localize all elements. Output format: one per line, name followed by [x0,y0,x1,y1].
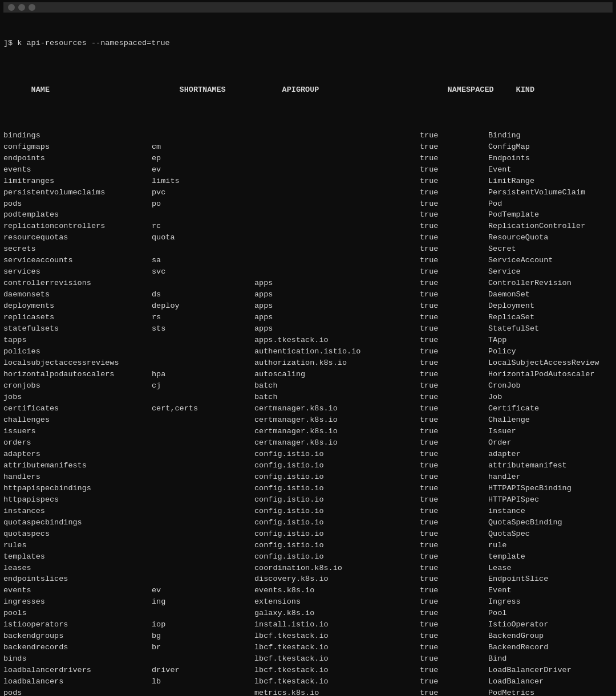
cell-kind: ResourceQuota [488,232,548,243]
cell-kind: QuotaSpec [488,528,530,540]
cell-name: leases [3,563,152,574]
cell-kind: QuotaSpecBinding [488,517,562,528]
cell-apigroup: lbcf.tkestack.io [254,676,420,687]
cell-namespaced: true [420,551,488,563]
cell-kind: Order [488,437,512,449]
cell-namespaced: true [420,630,488,642]
table-row: cronjobscjbatchtrueCronJob [3,380,613,392]
cell-kind: PersistentVolumeClaim [488,187,585,198]
cell-name: adapters [3,449,152,460]
cell-kind: template [488,551,525,563]
cell-name: instances [3,506,152,517]
cell-name: services [3,266,152,278]
cell-apigroup: extensions [254,596,420,608]
table-row: replicationcontrollersrctrueReplicationC… [3,221,613,232]
table-row: replicasetsrsappstrueReplicaSet [3,312,613,323]
cell-namespaced: true [420,187,488,198]
table-header: NAMESHORTNAMESAPIGROUPNAMESPACEDKIND [3,73,613,107]
cell-namespaced: true [420,289,488,300]
table-row: localsubjectaccessreviewsauthorization.k… [3,357,613,369]
cell-name: deployments [3,300,152,312]
cell-name: endpoints [3,153,152,164]
cell-apigroup: autoscaling [254,369,420,380]
cell-apigroup: apps [254,289,420,300]
cell-apigroup: config.istio.io [254,471,420,483]
cell-shortnames: limits [152,176,254,187]
table-row: poolsgalaxy.k8s.iotruePool [3,608,613,619]
cell-shortnames: sa [152,255,254,266]
cell-kind: adapter [488,449,521,460]
cell-apigroup: apps.tkestack.io [254,335,420,346]
cell-shortnames: ds [152,289,254,300]
cell-name: resourcequotas [3,232,152,243]
cell-kind: EndpointSlice [488,573,548,585]
cell-kind: ConfigMap [488,141,530,153]
cell-name: persistentvolumeclaims [3,187,152,198]
cell-kind: Certificate [488,403,539,414]
cell-apigroup: config.istio.io [254,551,420,563]
cell-shortnames: hpa [152,369,254,380]
cell-namespaced: true [420,573,488,585]
cell-namespaced: true [420,437,488,449]
cell-name: pools [3,608,152,619]
cell-namespaced: true [420,255,488,266]
cell-kind: PodTemplate [488,209,539,221]
cell-namespaced: true [420,164,488,176]
cell-kind: Lease [488,563,512,574]
cell-name: backendrecords [3,642,152,653]
cell-name: events [3,164,152,176]
cell-kind: PodMetrics [488,687,534,696]
cell-name: handlers [3,471,152,483]
cell-apigroup: apps [254,300,420,312]
cell-name: localsubjectaccessreviews [3,357,152,369]
cell-kind: BackendRecord [488,642,548,653]
cell-name: secrets [3,243,152,255]
table-row: loadbalancerslblbcf.tkestack.iotrueLoadB… [3,676,613,687]
table-row: leasescoordination.k8s.iotrueLease [3,563,613,574]
col-header-shortnames: SHORTNAMES [180,84,282,96]
cell-name: cronjobs [3,380,152,392]
cell-kind: Secret [488,243,516,255]
table-row: policiesauthentication.istio.iotruePolic… [3,346,613,357]
cell-apigroup: config.istio.io [254,494,420,506]
cell-kind: HTTPAPISpec [488,494,539,506]
cell-name: loadbalancers [3,676,152,687]
table-row: podtemplatestruePodTemplate [3,209,613,221]
cell-name: attributemanifests [3,460,152,471]
cell-name: jobs [3,392,152,403]
table-row: podsmetrics.k8s.iotruePodMetrics [3,687,613,696]
table-row: orderscertmanager.k8s.iotrueOrder [3,437,613,449]
table-row: certificatescert,certscertmanager.k8s.io… [3,403,613,414]
cell-name: endpointslices [3,573,152,585]
cell-namespaced: true [420,608,488,619]
cell-kind: ReplicaSet [488,312,534,323]
cell-shortnames: sts [152,323,254,335]
cell-name: quotaspecs [3,528,152,540]
table-row: ingressesingextensionstrueIngress [3,596,613,608]
cell-shortnames: svc [152,266,254,278]
cell-name: issuers [3,426,152,437]
cell-name: loadbalancerdrivers [3,665,152,676]
cell-namespaced: true [420,266,488,278]
cell-shortnames: iop [152,619,254,630]
cell-name: bindings [3,130,152,141]
table-row: rulesconfig.istio.iotruerule [3,540,613,551]
cell-name: events [3,585,152,596]
cell-apigroup: config.istio.io [254,483,420,494]
cell-name: rules [3,540,152,551]
cell-name: podtemplates [3,209,152,221]
cell-namespaced: true [420,130,488,141]
cell-namespaced: true [420,153,488,164]
cell-namespaced: true [420,221,488,232]
cell-name: statefulsets [3,323,152,335]
cell-name: horizontalpodautoscalers [3,369,152,380]
cell-namespaced: true [420,540,488,551]
cell-kind: Ingress [488,596,521,608]
cell-kind: Event [488,585,512,596]
cell-apigroup: apps [254,323,420,335]
cell-name: backendgroups [3,630,152,642]
cell-kind: TApp [488,335,506,346]
cell-kind: Issuer [488,426,516,437]
cell-name: replicationcontrollers [3,221,152,232]
table-row: daemonsetsdsappstrueDaemonSet [3,289,613,300]
